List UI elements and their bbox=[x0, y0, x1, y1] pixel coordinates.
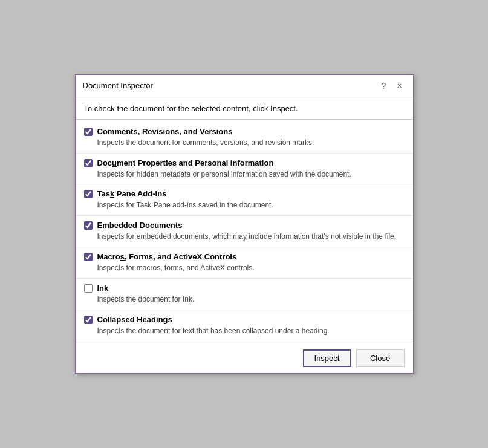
task-pane-desc: Inspects for Task Pane add-ins saved in … bbox=[84, 200, 405, 210]
inspector-list: Comments, Revisions, and Versions Inspec… bbox=[76, 120, 413, 343]
list-item: Document Properties and Personal Informa… bbox=[76, 154, 413, 185]
comments-desc: Inspects the document for comments, vers… bbox=[84, 138, 405, 148]
doc-properties-title: Document Properties and Personal Informa… bbox=[97, 158, 274, 167]
list-item: Task Pane Add-ins Inspects for Task Pane… bbox=[76, 184, 413, 216]
comments-title: Comments, Revisions, and Versions bbox=[97, 127, 233, 136]
close-button[interactable]: Close bbox=[356, 349, 405, 367]
item-header: Macros, Forms, and ActiveX Controls bbox=[84, 252, 405, 261]
macros-checkbox[interactable] bbox=[84, 253, 93, 261]
window-close-button[interactable]: × bbox=[394, 80, 406, 92]
title-bar-controls: ? × bbox=[378, 80, 406, 92]
task-pane-title: Task Pane Add-ins bbox=[97, 189, 167, 198]
item-header: Document Properties and Personal Informa… bbox=[84, 158, 405, 167]
macros-desc: Inspects for macros, forms, and ActiveX … bbox=[84, 263, 405, 273]
help-button[interactable]: ? bbox=[378, 80, 390, 92]
collapsed-headings-checkbox[interactable] bbox=[84, 316, 93, 324]
embedded-title: Embedded Documents bbox=[97, 221, 183, 230]
document-inspector-dialog: Document Inspector ? × To check the docu… bbox=[75, 74, 414, 374]
list-item: Collapsed Headings Inspects the document… bbox=[76, 310, 413, 341]
item-header: Ink bbox=[84, 284, 405, 293]
embedded-checkbox[interactable] bbox=[84, 221, 93, 230]
collapsed-headings-title: Collapsed Headings bbox=[97, 315, 172, 324]
ink-title: Ink bbox=[97, 284, 109, 293]
item-header: Embedded Documents bbox=[84, 221, 405, 230]
item-header: Comments, Revisions, and Versions bbox=[84, 127, 405, 136]
macros-title: Macros, Forms, and ActiveX Controls bbox=[97, 252, 237, 261]
task-pane-checkbox[interactable] bbox=[84, 190, 93, 198]
ink-checkbox[interactable] bbox=[84, 284, 93, 293]
inspect-button[interactable]: Inspect bbox=[303, 349, 351, 367]
ink-desc: Inspects the document for Ink. bbox=[84, 294, 405, 305]
embedded-desc: Inspects for embedded documents, which m… bbox=[84, 232, 405, 242]
list-item: Macros, Forms, and ActiveX Controls Insp… bbox=[76, 247, 413, 279]
dialog-footer: Inspect Close bbox=[76, 343, 413, 373]
title-bar: Document Inspector ? × bbox=[76, 75, 413, 97]
list-item: Ink Inspects the document for Ink. bbox=[76, 279, 413, 310]
doc-properties-desc: Inspects for hidden metadata or personal… bbox=[84, 169, 405, 180]
collapsed-headings-desc: Inspects the document for text that has … bbox=[84, 326, 405, 336]
dialog-title: Document Inspector bbox=[83, 81, 153, 90]
comments-checkbox[interactable] bbox=[84, 128, 93, 136]
content-area: Comments, Revisions, and Versions Inspec… bbox=[76, 119, 413, 344]
item-header: Task Pane Add-ins bbox=[84, 189, 405, 198]
list-item: Embedded Documents Inspects for embedded… bbox=[76, 216, 413, 247]
doc-properties-checkbox[interactable] bbox=[84, 159, 93, 167]
item-header: Collapsed Headings bbox=[84, 315, 405, 324]
list-item: Comments, Revisions, and Versions Inspec… bbox=[76, 122, 413, 154]
dialog-description: To check the document for the selected c… bbox=[76, 97, 413, 119]
